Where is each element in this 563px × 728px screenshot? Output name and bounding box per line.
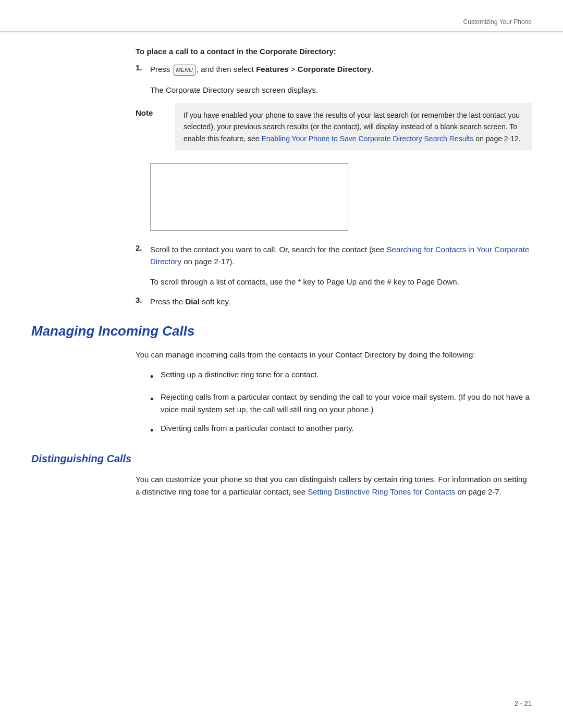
bullet-text-1: Setting up a distinctive ring tone for a… [161,368,319,381]
step1-bold2: Corporate Directory [298,65,372,73]
step3-text-before: Press the [150,297,186,306]
step1-bold1: Features [256,65,289,73]
note-link[interactable]: Enabling Your Phone to Save Corporate Di… [261,134,473,143]
bullet-item-3: • Diverting calls from a particular cont… [150,422,532,438]
page-header: Customizing Your Phone [463,18,532,26]
bullet-dot-3: • [150,422,161,438]
step2-para: To scroll through a list of contacts, us… [150,276,532,288]
distinguishing-section: Distinguishing Calls You can customize y… [31,453,532,498]
step-2-number: 2. [136,243,150,268]
bullet-item-1: • Setting up a distinctive ring tone for… [150,368,532,385]
top-rule [0,31,563,32]
step1-arrow: > [289,65,298,73]
note-link-after: on page 2-12. [473,134,520,143]
managing-title: Managing Incoming Calls [31,323,532,339]
step1-text-before: Press [150,65,173,73]
step-3-content: Press the Dial soft key. [150,295,230,307]
managing-bullets: • Setting up a distinctive ring tone for… [150,368,532,438]
step-2-container: 2. Scroll to the contact you want to cal… [136,243,532,268]
step-1-content: Press MENU, and then select Features > C… [150,63,374,76]
section-heading: To place a call to a contact in the Corp… [136,47,532,56]
step-1-container: 1. Press MENU, and then select Features … [136,63,532,76]
main-content: To place a call to a contact in the Corp… [31,47,532,505]
step3-text-after: soft key. [200,297,230,306]
page-number: 2 - 21 [515,699,532,707]
distinguishing-title: Distinguishing Calls [31,453,532,465]
step1-text-after: , and then select [197,65,256,73]
header-text: Customizing Your Phone [463,18,532,26]
screenshot-placeholder [150,163,348,231]
step-3-number: 3. [136,295,150,307]
bullet-item-2: • Rejecting calls from a particular cont… [150,391,532,416]
page-container: Customizing Your Phone To place a call t… [0,0,563,728]
bullet-text-2: Rejecting calls from a particular contac… [161,391,532,416]
note-label: Note [136,103,167,151]
step3-bold: Dial [186,297,200,306]
bullet-dot-2: • [150,391,161,407]
step-1-number: 1. [136,63,150,76]
distinguishing-text-after: on page 2-7. [455,487,501,496]
step-3-container: 3. Press the Dial soft key. [136,295,532,307]
step2-link-after: on page 2-17). [181,257,235,266]
step-2-content: Scroll to the contact you want to call. … [150,243,532,268]
step1-period: . [372,65,374,73]
note-box: If you have enabled your phone to save t… [175,103,532,151]
managing-intro: You can manage incoming calls from the c… [136,349,532,361]
bullet-dot-1: • [150,368,161,385]
step2-text: Scroll to the contact you want to call. … [150,245,387,254]
menu-icon: MENU [174,65,195,76]
note-container: Note If you have enabled your phone to s… [136,103,532,151]
distinguishing-link[interactable]: Setting Distinctive Ring Tones for Conta… [308,487,455,496]
bullet-text-3: Diverting calls from a particular contac… [161,422,354,435]
distinguishing-para: You can customize your phone so that you… [136,473,532,498]
step1-para: The Corporate Directory search screen di… [150,84,532,96]
